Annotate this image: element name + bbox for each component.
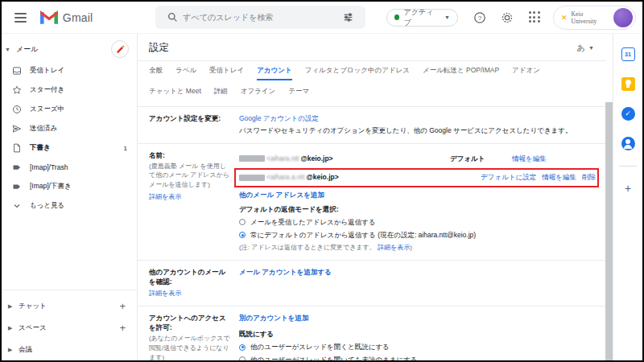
top-bar: Gmail アクティブ ▼ ? — [2, 2, 642, 34]
mail-sidebar: ▼ メール 受信トレイ スター付き スヌーズ中 送信済み — [2, 34, 137, 360]
sidebar-item-more[interactable]: もっと見る — [2, 196, 137, 216]
mark-read-on-open-option[interactable]: 他のユーザーがスレッドを開くと既読にする — [239, 342, 599, 352]
radio-selected-icon — [239, 344, 246, 351]
tab-offline[interactable]: オフライン — [241, 87, 276, 100]
main-menu-icon[interactable] — [10, 6, 32, 29]
tab-inbox[interactable]: 受信トレイ — [209, 66, 244, 80]
settings-gear-icon[interactable] — [497, 7, 518, 28]
sidebar-item-drafts[interactable]: 下書き 1 — [2, 138, 137, 158]
tab-labels[interactable]: ラベル — [175, 66, 196, 80]
sidebar-item-inbox[interactable]: 受信トレイ — [2, 61, 137, 80]
keep-unread-option[interactable]: 他のユーザーがスレッドを開いても未読のままにする — [239, 355, 599, 360]
sidebar-item-sent[interactable]: 送信済み — [2, 119, 137, 138]
radio-unselected-icon — [239, 219, 246, 225]
account-change-label: アカウント設定を変更: — [149, 114, 221, 122]
compose-button[interactable] — [111, 40, 129, 58]
tab-advanced[interactable]: 詳細 — [214, 87, 228, 100]
label-icon — [12, 162, 22, 172]
chevron-down-icon: ▼ — [444, 14, 450, 20]
name-sub-desc: (慶應義塾 メール を使用して他のメール アドレスからメールを送信します) — [149, 162, 231, 190]
org-logo-icon: ✕ — [561, 14, 568, 22]
email-domain: @keio.jp> — [307, 172, 339, 183]
sidebar-item-imap-trash[interactable]: [Imap]/Trash — [2, 158, 137, 177]
chevron-down-icon — [12, 201, 22, 211]
pencil-icon — [116, 45, 125, 54]
send-icon — [12, 124, 22, 134]
edit-info-link[interactable]: 情報を編集 — [542, 172, 576, 183]
check-mail-details-link[interactable]: 詳細を表示 — [149, 289, 181, 298]
radio-unselected-icon — [239, 356, 246, 360]
note-details-link[interactable]: 詳細を表示 — [378, 244, 410, 251]
section-name: 名前: (慶應義塾 メール を使用して他のメール アドレスからメールを送信します… — [138, 144, 605, 261]
tab-accounts[interactable]: アカウント — [257, 66, 292, 80]
add-email-address-link[interactable]: 他のメール アドレスを追加 — [239, 191, 324, 199]
page-title: 設定 — [149, 41, 169, 55]
avatar[interactable] — [613, 8, 633, 27]
sidebar-item-meet[interactable]: ▶ 会議 — [2, 339, 137, 360]
sidebar-item-chat[interactable]: ▶ チャット + — [2, 295, 137, 317]
sidebar-mail-label: メール — [16, 44, 111, 55]
inbox-icon — [12, 66, 22, 76]
search-input[interactable] — [183, 13, 337, 22]
expand-arrow-icon: ▶ — [8, 325, 17, 331]
calendar-icon[interactable]: 31 — [621, 47, 635, 61]
gmail-m-icon — [40, 10, 58, 24]
name-label: 名前: — [149, 151, 165, 159]
add-mail-account-link[interactable]: メール アカウントを追加する — [239, 268, 332, 276]
help-icon[interactable]: ? — [469, 7, 490, 28]
search-icon[interactable] — [162, 7, 183, 28]
section-check-mail: 他のアカウントのメールを確認: 詳細を表示 メール アカウントを追加する — [138, 261, 605, 306]
scrollbar[interactable] — [605, 34, 613, 360]
reply-mode-note: (注: アドレスは返信するときに変更できます。 詳細を表示) — [239, 243, 599, 253]
sidebar-item-snoozed[interactable]: スヌーズ中 — [2, 100, 137, 119]
get-addons-icon[interactable]: + — [625, 182, 631, 195]
status-selector[interactable]: アクティブ ▼ — [386, 9, 458, 27]
redacted-name — [239, 175, 265, 181]
sidebar-item-imap-drafts[interactable]: [Imap]/下書き — [2, 177, 137, 196]
account-change-desc: パスワードやセキュリティのオプションを変更したり、他の Google サービスに… — [239, 125, 599, 136]
org-name: Keio University — [572, 10, 610, 25]
tab-themes[interactable]: テーマ — [288, 87, 309, 100]
reply-mode-title: デフォルトの返信モードを選択: — [239, 205, 339, 213]
reply-from-received-option[interactable]: メールを受信したアドレスから返信する — [239, 217, 599, 228]
google-apps-grid-icon[interactable] — [524, 7, 545, 28]
app-name: Gmail — [63, 11, 93, 24]
rail-divider — [619, 166, 637, 167]
name-details-link[interactable]: 詳細を表示 — [149, 192, 181, 202]
add-chat-icon[interactable]: + — [119, 300, 126, 312]
header-actions: ? — [469, 7, 545, 28]
settings-panel: 設定 あ ▼ 全般 ラベル 受信トレイ アカウント フィルタとブロック中のアドレ… — [137, 34, 605, 360]
clock-icon — [12, 105, 22, 114]
input-tools-selector[interactable]: あ ▼ — [577, 43, 594, 54]
svg-text:?: ? — [478, 14, 482, 22]
set-default-link[interactable]: デフォルトに設定 — [481, 172, 536, 183]
google-account-settings-link[interactable]: Google アカウントの設定 — [239, 114, 319, 122]
sidebar-item-spaces[interactable]: ▶ スペース + — [2, 317, 137, 339]
tab-chat-meet[interactable]: チャットと Meet — [149, 87, 201, 100]
keep-icon[interactable] — [621, 76, 635, 91]
settings-tabs: 全般 ラベル 受信トレイ アカウント フィルタとブロック中のアドレス メール転送… — [138, 61, 605, 107]
sidebar-item-starred[interactable]: スター付き — [2, 80, 137, 100]
search-options-icon[interactable] — [338, 7, 359, 28]
tab-addons[interactable]: アドオン — [512, 66, 540, 80]
account-badge[interactable]: ✕ Keio University — [553, 6, 636, 30]
delete-link[interactable]: 削除 — [582, 172, 596, 183]
default-status: デフォルト — [450, 154, 512, 164]
tab-forwarding-pop-imap[interactable]: メール転送と POP/IMAP — [423, 66, 499, 80]
scrollbar-thumb[interactable] — [605, 102, 613, 360]
sidebar-spacer — [2, 216, 137, 290]
tab-general[interactable]: 全般 — [149, 66, 163, 80]
add-space-icon[interactable]: + — [119, 322, 126, 334]
tab-filters[interactable]: フィルタとブロック中のアドレス — [305, 66, 410, 80]
sidebar-section-mail[interactable]: ▼ メール — [2, 37, 137, 61]
status-label: アクティブ — [403, 7, 440, 28]
contacts-icon[interactable] — [621, 136, 635, 150]
edit-info-link[interactable]: 情報を編集 — [512, 154, 547, 162]
send-as-row-secondary-highlighted: <aihara.a.ntt @keio.jp> デフォルトに設定 情報を編集 削… — [234, 168, 599, 187]
reply-from-default-option[interactable]: 常にデフォルトのアドレスから返信する (現在の設定: aihara.ntt@ke… — [239, 230, 599, 241]
check-mail-label: 他のアカウントのメールを確認: — [149, 268, 225, 286]
search-bar[interactable] — [155, 6, 365, 29]
star-icon — [12, 85, 22, 95]
add-another-account-link[interactable]: 別のアカウントを追加 — [239, 314, 308, 322]
tasks-icon[interactable]: ✓ — [621, 106, 635, 121]
